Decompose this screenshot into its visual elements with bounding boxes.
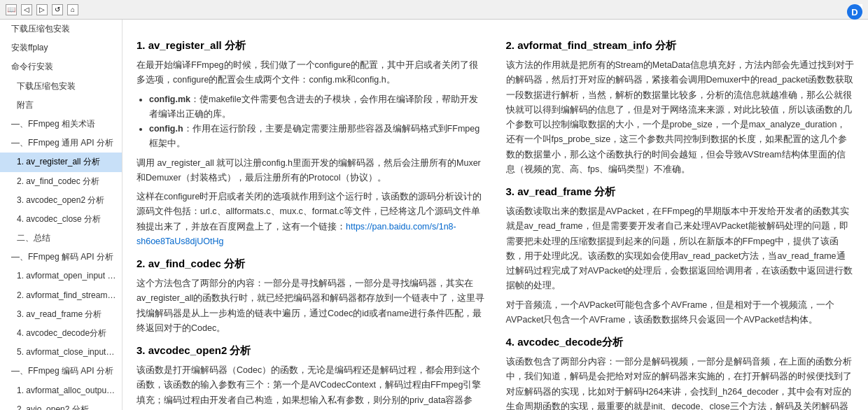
- forward-icon[interactable]: ▷: [36, 4, 48, 15]
- sidebar-item-av-register-all[interactable]: 1. av_register_all 分析: [0, 153, 122, 171]
- top-right-d-button[interactable]: D: [847, 4, 862, 20]
- av-register-all-p2: 调用 av_register_all 就可以注册config.h里面开发的编解码…: [136, 156, 485, 186]
- sidebar-item-download-zip2[interactable]: 下载压缩包安装: [0, 77, 122, 96]
- sidebar-item-postscript[interactable]: 附言: [0, 96, 122, 115]
- heading-avcodec-decode: 4. avcodec_decode分析: [506, 336, 855, 349]
- heading-av-register-all: 1. av_register_all 分析: [136, 39, 485, 52]
- av-read-frame-p2: 对于音频流，一个AVPacket可能包含多个AVFrame，但是相对于一个视频流…: [506, 298, 855, 328]
- bullet-config-h: config.h：作用在运行阶段，主要是确定需要注册那些容器及编解码格式到FFm…: [149, 122, 485, 152]
- book-icon[interactable]: 📖: [6, 4, 17, 15]
- title-bar-icons: 📖 ◁ ▷ ↺ ⌂: [6, 4, 78, 15]
- heading-av-read-frame: 3. av_read_frame 分析: [506, 185, 855, 199]
- av-read-frame-p1: 该函数读取出来的数据是AVPacket，在FFmpeg的早期版本中开发给开发者的…: [506, 204, 855, 294]
- sidebar: 下载压缩包安装 安装ffplay 命令行安装 下载压缩包安装 附言 —、FFmp…: [0, 20, 122, 410]
- main-layout: 下载压缩包安装 安装ffplay 命令行安装 下载压缩包安装 附言 —、FFmp…: [0, 20, 868, 410]
- sidebar-item-avio-open2[interactable]: 2. avio_open2 分析: [0, 400, 122, 410]
- avcodec-open2-p1: 该函数是打开编解码器（Codec）的函数，无论是编码程还是解码过程，都会用到这个…: [136, 363, 485, 410]
- sidebar-item-av-read-frame[interactable]: 3. av_read_frame 分析: [0, 305, 122, 324]
- title-bar: 📖 ◁ ▷ ↺ ⌂ ×: [0, 0, 868, 20]
- sidebar-item-avcodec-open2[interactable]: 3. avcodec_open2 分析: [0, 191, 122, 210]
- sidebar-item-ffmpeg-api[interactable]: —、FFmpeg 通用 API 分析: [0, 134, 122, 153]
- sidebar-item-summary[interactable]: 二、总结: [0, 229, 122, 248]
- content-right: 2. avformat_find_stream_info 分析 该方法的作用就是…: [506, 31, 855, 410]
- sidebar-item-avformat-find-stream[interactable]: 2. avformat_find_stream_info 分析: [0, 286, 122, 305]
- av-find-codec-p1: 这个方法包含了两部分的内容：一部分是寻找解码器，一部分是寻找编码器，其实在av_…: [136, 276, 485, 336]
- sidebar-item-avformat-open-input[interactable]: 1. avformat_open_input 分析: [0, 267, 122, 285]
- refresh-icon[interactable]: ↺: [52, 4, 63, 15]
- avcodec-decode-p1: 该函数包含了两部分内容：一部分是解码视频，一部分是解码音频，在上面的函数分析中，…: [506, 355, 855, 410]
- content-area: 1. av_register_all 分析 在最开始编译FFmpeg的时候，我们…: [122, 20, 868, 410]
- heading-avformat-find-stream: 2. avformat_find_stream_info 分析: [506, 39, 855, 52]
- sidebar-item-cmd-install[interactable]: 命令行安装: [0, 57, 122, 76]
- sidebar-item-avformat-alloc[interactable]: 1. avformat_alloc_output_context2 ...: [0, 381, 122, 400]
- sidebar-item-avformat-close-input[interactable]: 5. avformat_close_input 分析: [0, 343, 122, 362]
- av-register-all-p3: 这样在configure时开启或者关闭的选项就作用到这个运行时，该函数的源码分析…: [136, 190, 485, 249]
- content-left: 1. av_register_all 分析 在最开始编译FFmpeg的时候，我们…: [136, 31, 485, 410]
- baidu-link[interactable]: https://pan.baidu.com/s/1n8-sh6oe8TaUs8d…: [136, 222, 456, 246]
- sidebar-item-download-zip1[interactable]: 下载压缩包安装: [0, 20, 122, 38]
- sidebar-item-ffmpeg-terms[interactable]: —、FFmpeg 相关术语: [0, 115, 122, 134]
- av-register-all-p1: 在最开始编译FFmpeg的时候，我们做了一个configure的配置，其中开启或…: [136, 58, 485, 88]
- bullet-config-mk: config.mk：使makefile文件需要包含进去的子模块，会作用在编译阶段…: [149, 92, 485, 122]
- heading-avcodec-open2: 3. avcodec_open2 分析: [136, 344, 485, 358]
- back-icon[interactable]: ◁: [21, 4, 32, 15]
- sidebar-item-avcodec-close[interactable]: 4. avcodec_close 分析: [0, 210, 122, 229]
- heading-av-find-codec: 2. av_find_codec 分析: [136, 257, 485, 271]
- sidebar-item-encode-api[interactable]: —、FFmpeg 编码 API 分析: [0, 362, 122, 381]
- avformat-find-stream-p1: 该方法的作用就是把所有的Stream的MetaData信息填充好，方法内部会先通…: [506, 58, 855, 177]
- home-icon[interactable]: ⌂: [67, 4, 78, 15]
- av-register-all-bullets: config.mk：使makefile文件需要包含进去的子模块，会作用在编译阶段…: [136, 92, 485, 152]
- sidebar-item-av-find-codec[interactable]: 2. av_find_codec 分析: [0, 172, 122, 191]
- sidebar-item-decode-api[interactable]: —、FFmpeg 解码 API 分析: [0, 248, 122, 267]
- sidebar-item-install-ffplay[interactable]: 安装ffplay: [0, 38, 122, 57]
- sidebar-item-avcodec-decode[interactable]: 4. avcodec_decode分析: [0, 324, 122, 343]
